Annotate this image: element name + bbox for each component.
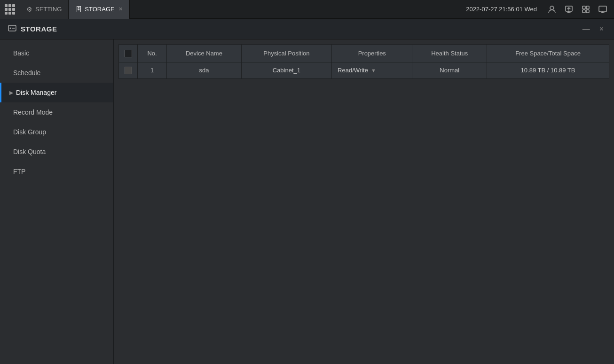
sidebar-item-basic-label: Basic: [13, 49, 29, 57]
select-all-checkbox[interactable]: [125, 50, 132, 57]
main-layout: Basic Schedule ▶ Disk Manager Record Mod…: [0, 39, 614, 364]
sidebar-item-schedule[interactable]: Schedule: [0, 63, 113, 83]
tab-storage[interactable]: 🗄 STORAGE ✕: [69, 0, 129, 19]
datetime-display: 2022-07-27 21:56:01 Wed: [458, 6, 544, 13]
window-title-storage-icon: [8, 23, 17, 35]
apps-grid-icon: [5, 4, 15, 15]
sidebar: Basic Schedule ▶ Disk Manager Record Mod…: [0, 39, 114, 364]
svg-rect-3: [586, 6, 589, 9]
sidebar-item-disk-group[interactable]: Disk Group: [0, 122, 113, 142]
table-header-health-status: Health Status: [412, 45, 487, 62]
svg-rect-6: [599, 6, 606, 12]
window-titlebar: STORAGE — ×: [0, 19, 614, 39]
sidebar-item-record-mode[interactable]: Record Mode: [0, 102, 113, 122]
properties-dropdown-arrow-icon[interactable]: ▼: [371, 68, 376, 73]
disk-manager-chevron-icon: ▶: [9, 90, 13, 96]
sidebar-item-record-mode-label: Record Mode: [13, 108, 53, 116]
sidebar-item-disk-quota-label: Disk Quota: [13, 148, 46, 155]
tab-storage-close[interactable]: ✕: [118, 6, 123, 12]
apps-menu-button[interactable]: [0, 0, 20, 19]
sidebar-item-ftp[interactable]: FTP: [0, 162, 113, 181]
svg-rect-4: [583, 10, 585, 13]
storage-tab-icon: 🗄: [75, 6, 82, 13]
disk-table: No. Device Name Physical Position Proper…: [118, 44, 609, 79]
row-properties-value: Read/Write: [338, 67, 368, 74]
table-header-free-space: Free Space/Total Space: [487, 45, 609, 62]
tab-storage-label: STORAGE: [85, 6, 114, 13]
sidebar-item-disk-manager[interactable]: ▶ Disk Manager: [0, 83, 113, 102]
sidebar-item-schedule-label: Schedule: [13, 69, 40, 77]
row-checkbox-cell[interactable]: [119, 62, 138, 79]
table-header-checkbox[interactable]: [119, 45, 138, 62]
topbar: ⚙ SETTING 🗄 STORAGE ✕ 2022-07-27 21:56:0…: [0, 0, 614, 19]
row-device-name-cell: sda: [167, 62, 242, 79]
monitor-icon-button[interactable]: [595, 2, 610, 17]
topbar-action-icons: [544, 2, 614, 17]
table-header-no: No.: [138, 45, 167, 62]
sidebar-item-disk-group-label: Disk Group: [13, 128, 46, 136]
setting-tab-icon: ⚙: [26, 6, 32, 13]
content-area: No. Device Name Physical Position Proper…: [114, 39, 614, 364]
svg-rect-5: [586, 10, 589, 13]
export-icon-button[interactable]: [561, 2, 576, 17]
table-header-properties: Properties: [332, 45, 412, 62]
sidebar-item-disk-quota[interactable]: Disk Quota: [0, 142, 113, 162]
table-header-device-name: Device Name: [167, 45, 242, 62]
grid-icon-button[interactable]: [578, 2, 593, 17]
svg-point-8: [10, 27, 11, 29]
window-controls: — ×: [580, 24, 606, 34]
window-close-button[interactable]: ×: [597, 24, 606, 34]
row-checkbox[interactable]: [125, 67, 132, 74]
svg-rect-2: [583, 6, 585, 9]
row-health-status-cell: Normal: [412, 62, 487, 79]
window-title: STORAGE: [21, 25, 57, 33]
sidebar-item-basic[interactable]: Basic: [0, 43, 113, 63]
row-free-space-cell: 10.89 TB / 10.89 TB: [487, 62, 609, 79]
table-row[interactable]: 1 sda Cabinet_1 Read/Write ▼: [119, 62, 609, 79]
sidebar-item-disk-manager-label: Disk Manager: [16, 89, 56, 96]
tab-setting[interactable]: ⚙ SETTING: [20, 0, 69, 19]
row-properties-cell[interactable]: Read/Write ▼: [332, 62, 412, 79]
sidebar-item-ftp-label: FTP: [13, 168, 25, 175]
user-icon-button[interactable]: [544, 2, 559, 17]
table-header-physical-position: Physical Position: [241, 45, 331, 62]
row-physical-position-cell: Cabinet_1: [241, 62, 331, 79]
svg-point-0: [550, 6, 554, 10]
properties-dropdown[interactable]: Read/Write ▼: [338, 67, 408, 74]
row-no-cell: 1: [138, 62, 167, 79]
window-minimize-button[interactable]: —: [580, 24, 593, 34]
tab-setting-label: SETTING: [35, 6, 62, 13]
